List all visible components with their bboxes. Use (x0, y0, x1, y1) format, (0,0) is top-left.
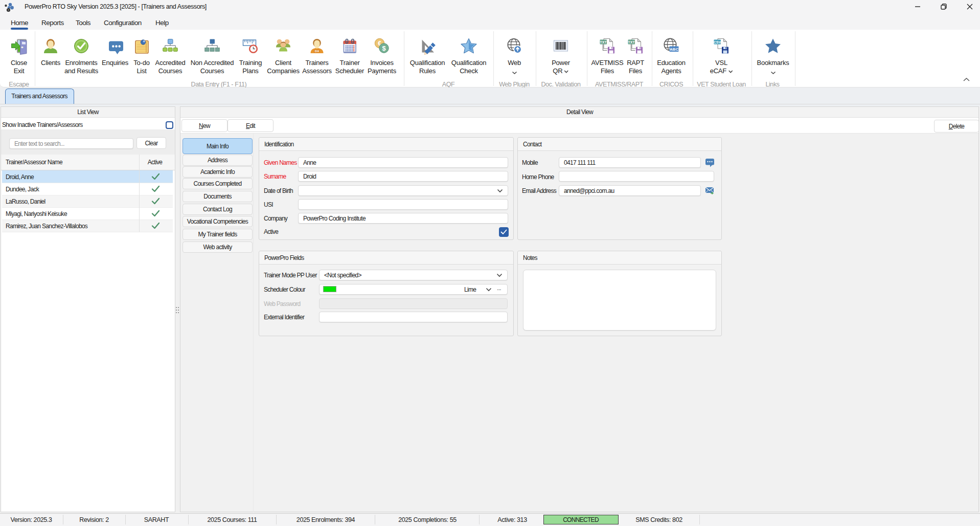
svg-text:ABC: ABC (670, 47, 679, 52)
svg-text:CSV: CSV (714, 40, 721, 44)
svg-text:TXT: TXT (628, 40, 635, 44)
svg-text:DX: DX (315, 49, 320, 53)
svg-text:$: $ (382, 45, 386, 52)
svg-text:TXT: TXT (600, 40, 607, 44)
